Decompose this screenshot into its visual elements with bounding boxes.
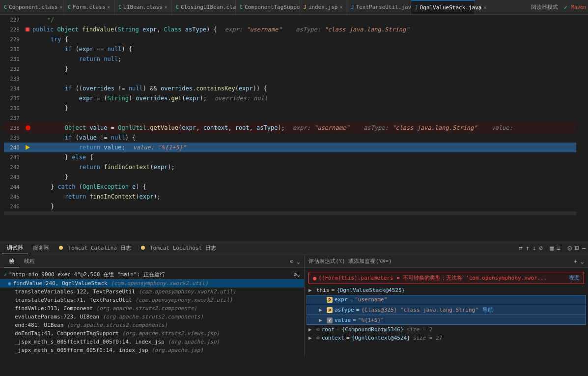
code-line-245: 245 return findInContext(expr); <box>0 192 576 202</box>
code-line-243: 243 } <box>0 172 576 182</box>
root-inf-icon: ∞ <box>316 326 320 333</box>
error-text: ((Form)this).parameters = 不可转换的类型；无法将 'c… <box>318 274 547 282</box>
watch-key-root: root <box>322 326 335 333</box>
stack-item-label-5: end:481, UIBean (org.apache.struts2.comp… <box>15 322 168 328</box>
close-tab-form[interactable]: × <box>105 4 110 10</box>
astype-nav[interactable]: 导航 <box>482 306 493 314</box>
context-size: size = 27 <box>413 335 443 341</box>
code-line-231: 231 return null; <box>0 54 576 64</box>
panel-icon-list[interactable]: ≡ <box>557 244 560 252</box>
watch-list: ● ((Form)this).parameters = 不可转换的类型；无法将 … <box>305 268 588 356</box>
code-line-236: 236 } <box>0 103 576 113</box>
error-link[interactable]: 视图 <box>569 274 580 282</box>
stack-item-3[interactable]: findValue:313, Component (org.apache.str… <box>0 304 304 313</box>
tab-icon-textparseutil: J <box>351 4 354 10</box>
left-gutter <box>0 15 4 241</box>
debug-sub-tabs: 帧 线程 ⊘ ⌄ <box>0 255 304 268</box>
debug-tab-threads[interactable]: 线程 <box>19 256 40 267</box>
stack-item-label-4: evaluateParams:723, UIBean (org.apache.s… <box>15 314 203 320</box>
panel-icon-up[interactable]: ↑ <box>526 244 530 252</box>
panel-close[interactable]: − <box>582 244 586 252</box>
stack-item-4[interactable]: evaluateParams:723, UIBean (org.apache.s… <box>0 313 304 321</box>
chevron-down-icon[interactable]: ⌄ <box>297 258 300 265</box>
debug-tab-frames[interactable]: 帧 <box>4 256 19 267</box>
eval-chevron-icon[interactable]: ⌄ <box>580 258 584 265</box>
thread-label: "http-nio-9000-exec-4"@2,500 在组 "main": … <box>9 271 165 278</box>
watch-key-this: this <box>316 287 330 293</box>
horizontal-scrollbar[interactable] <box>0 211 576 215</box>
stack-item-0[interactable]: ◉ findValue:240, OgnlValueStack (com.ope… <box>0 279 304 288</box>
code-line-238: 238 Object value = OgnlUtil.getValue(exp… <box>0 123 576 133</box>
panel-icon-stream[interactable]: ⇄ <box>519 244 523 252</box>
tab-index-jsp[interactable]: J index.jsp × <box>300 0 347 15</box>
watch-item-value[interactable]: ▶ v value = "%{1+5}" <box>307 316 586 325</box>
stack-item-2[interactable]: translateVariables:71, TextParseUtil (co… <box>0 296 304 304</box>
tab-uibean-class[interactable]: C UIBean.class × <box>114 0 172 15</box>
right-gutter <box>576 15 588 241</box>
code-line-235: 235 expr = (String) overrides.get(expr);… <box>0 93 576 103</box>
watch-val-this: {OgnlValueStack@4525} <box>336 287 405 293</box>
tab-componenttagsupport-class[interactable]: C ComponentTagSupport.class × <box>236 0 300 15</box>
code-line-240: 240 return value; value: "%{1+5}" <box>0 143 576 152</box>
stack-item-1[interactable]: translateVariables:122, TextParseUtil (c… <box>0 288 304 296</box>
watch-item-this[interactable]: ▶ this = {OgnlValueStack@4525} <box>305 286 588 294</box>
watch-error-item: ● ((Form)this).parameters = 不可转换的类型；无法将 … <box>308 272 584 284</box>
maven-badge: Maven <box>569 4 588 10</box>
filter-icon[interactable]: ⊘ <box>290 258 294 265</box>
close-tab-uibean[interactable]: × <box>163 4 168 10</box>
tab-ognlvaluestack-java[interactable]: J OgnlValueStack.java × <box>411 0 475 15</box>
tab-icon-componenttagsupport: C <box>240 4 243 10</box>
reader-mode-button[interactable]: 阅读器模式 <box>527 3 562 11</box>
panel-tab-tomcat-localhost[interactable]: Tomcat Localhost 日志 <box>136 242 221 254</box>
value-icon: v <box>327 318 333 323</box>
code-line-227: 227 */ <box>0 15 576 25</box>
stack-item-5[interactable]: end:481, UIBean (org.apache.struts2.comp… <box>0 321 304 329</box>
watch-item-astype[interactable]: ▶ p asType = {Class@325} "class java.lan… <box>307 305 586 315</box>
thread-filter-icon[interactable]: ⊘ <box>294 271 297 278</box>
close-tab-index[interactable]: × <box>337 4 342 10</box>
panel-tab-server[interactable]: 服务器 <box>28 242 54 254</box>
code-line-232: 232 } <box>0 64 576 74</box>
watch-key-value: value <box>335 317 351 323</box>
stack-item-label-0: findValue:240, OgnlValueStack (com.opens… <box>13 280 208 287</box>
watch-item-expr[interactable]: p expr = "username" <box>307 295 586 304</box>
panel-icon-table[interactable]: ▦ <box>550 244 554 252</box>
tab-overflow-button[interactable]: ⌄ <box>475 4 484 11</box>
panel-tab-tomcat-catalina[interactable]: Tomcat Catalina 日志 <box>54 242 136 254</box>
tab-form-class[interactable]: C Form.class × <box>64 0 114 15</box>
tab-component-class[interactable]: C Component.class × <box>0 0 64 15</box>
stack-item-label-6: doEndTag:43, ComponentTagSupport (org.ap… <box>15 330 220 337</box>
tab-icon-component: C <box>4 4 7 10</box>
watch-val-expr: "username" <box>355 296 387 303</box>
watch-val-context: {OgnlContext@4524} <box>352 335 410 341</box>
stack-item-label-3: findValue:313, Component (org.apache.str… <box>15 305 197 312</box>
tab-closinguibean-class[interactable]: C ClosingUIBean.class × <box>172 0 236 15</box>
close-tab-component[interactable]: × <box>57 4 62 10</box>
watch-item-root[interactable]: ▶ ∞ root = {CompoundRoot@5346} size = 2 <box>305 325 588 334</box>
stack-item-label-8: _jspx_meth_s_005fform_005f0:14, index_js… <box>15 347 203 353</box>
panel-icon-settings[interactable]: ⚙ <box>567 243 572 253</box>
panel-icon-down[interactable]: ↓ <box>532 244 536 252</box>
watch-key-astype: asType <box>335 307 354 313</box>
tab-textparseutil-java[interactable]: J TextParseUtil.java × <box>347 0 411 15</box>
expand-icon-this: ▶ <box>308 287 314 293</box>
panel-tab-debugger[interactable]: 调试器 <box>2 242 28 254</box>
panel-icon-layout[interactable]: ⊞ <box>575 244 579 252</box>
check-icon: ✓ <box>562 4 569 11</box>
tomcat-localhost-dot <box>141 246 145 250</box>
tab-icon-index: J <box>304 4 307 10</box>
thread-chevron-icon[interactable]: ⌄ <box>297 271 300 278</box>
eval-header: 评估表达式(⌥) 或添加监视(⌥⌘=) + ⌄ <box>305 255 588 268</box>
expand-icon-value: ▶ <box>319 317 325 323</box>
expand-icon-astype: ▶ <box>319 307 325 313</box>
code-line-234: 234 if ((overrides != null) && overrides… <box>0 84 576 93</box>
stack-item-6[interactable]: doEndTag:43, ComponentTagSupport (org.ap… <box>0 329 304 338</box>
thread-item-main[interactable]: ✓ "http-nio-9000-exec-4"@2,500 在组 "main"… <box>0 270 304 279</box>
stack-item-7[interactable]: _jspx_meth_s_005ftextfield_005f0:14, ind… <box>0 338 304 346</box>
watch-item-context[interactable]: ▶ ∞ context = {OgnlContext@4524} size = … <box>305 334 588 342</box>
eval-add-icon[interactable]: + <box>573 258 577 265</box>
stack-item-8[interactable]: _jspx_meth_s_005fform_005f0:14, index_js… <box>0 346 304 354</box>
tab-icon-uibean: C <box>118 4 121 10</box>
stack-item-label-2: translateVariables:71, TextParseUtil (co… <box>15 297 233 303</box>
panel-icon-filter[interactable]: ⊘ <box>539 244 543 252</box>
